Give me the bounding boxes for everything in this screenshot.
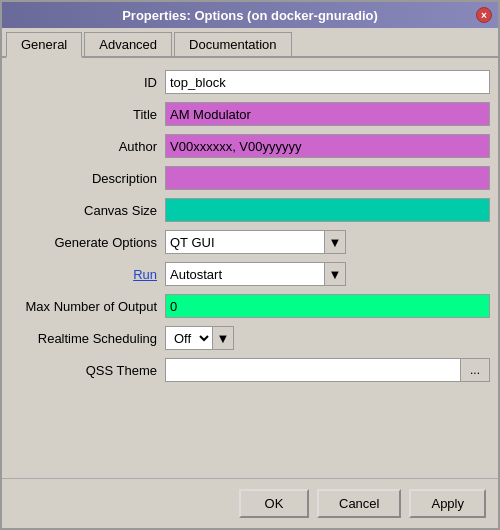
tab-documentation[interactable]: Documentation: [174, 32, 291, 56]
tab-bar: General Advanced Documentation: [2, 28, 498, 58]
generate-options-select[interactable]: QT GUI: [165, 230, 325, 254]
canvas-size-label: Canvas Size: [10, 203, 165, 218]
canvas-size-row: Canvas Size: [10, 196, 490, 224]
description-row: Description: [10, 164, 490, 192]
run-value-container: Autostart ▼: [165, 262, 490, 286]
description-field[interactable]: [165, 166, 490, 190]
content-area: ID Title Author Description: [2, 58, 498, 478]
author-value-container: [165, 134, 490, 158]
author-input[interactable]: [165, 134, 490, 158]
ok-button[interactable]: OK: [239, 489, 309, 518]
qss-input[interactable]: [165, 358, 461, 382]
main-window: Properties: Options (on docker-gnuradio)…: [0, 0, 500, 530]
canvas-size-value-container: [165, 198, 490, 222]
generate-options-row: Generate Options QT GUI ▼: [10, 228, 490, 256]
qss-input-row: ...: [165, 358, 490, 382]
qss-label: QSS Theme: [10, 363, 165, 378]
canvas-size-field[interactable]: [165, 198, 490, 222]
generate-options-value-container: QT GUI ▼: [165, 230, 490, 254]
run-label[interactable]: Run: [10, 267, 165, 282]
title-bar: Properties: Options (on docker-gnuradio)…: [2, 2, 498, 28]
cancel-button[interactable]: Cancel: [317, 489, 401, 518]
generate-options-label: Generate Options: [10, 235, 165, 250]
realtime-select[interactable]: Off: [165, 326, 213, 350]
run-select[interactable]: Autostart: [165, 262, 325, 286]
realtime-select-row: Off ▼: [165, 326, 490, 350]
max-output-label: Max Number of Output: [10, 299, 165, 314]
tab-general[interactable]: General: [6, 32, 82, 58]
close-button[interactable]: ×: [476, 7, 492, 23]
realtime-label: Realtime Scheduling: [10, 331, 165, 346]
window-title: Properties: Options (on docker-gnuradio): [122, 8, 378, 23]
title-input[interactable]: [165, 102, 490, 126]
max-output-row: Max Number of Output: [10, 292, 490, 320]
qss-row: QSS Theme ...: [10, 356, 490, 384]
run-row: Run Autostart ▼: [10, 260, 490, 288]
max-output-value-container: [165, 294, 490, 318]
description-label: Description: [10, 171, 165, 186]
run-select-row: Autostart ▼: [165, 262, 490, 286]
description-value-container: [165, 166, 490, 190]
qss-browse-button[interactable]: ...: [460, 358, 490, 382]
title-label: Title: [10, 107, 165, 122]
realtime-value-container: Off ▼: [165, 326, 490, 350]
realtime-row: Realtime Scheduling Off ▼: [10, 324, 490, 352]
author-label: Author: [10, 139, 165, 154]
run-arrow[interactable]: ▼: [324, 262, 346, 286]
id-row: ID: [10, 68, 490, 96]
title-value-container: [165, 102, 490, 126]
generate-options-select-row: QT GUI ▼: [165, 230, 490, 254]
author-row: Author: [10, 132, 490, 160]
id-input[interactable]: [165, 70, 490, 94]
title-row: Title: [10, 100, 490, 128]
footer: OK Cancel Apply: [2, 478, 498, 528]
tab-advanced[interactable]: Advanced: [84, 32, 172, 56]
id-value-container: [165, 70, 490, 94]
apply-button[interactable]: Apply: [409, 489, 486, 518]
generate-options-arrow[interactable]: ▼: [324, 230, 346, 254]
realtime-arrow[interactable]: ▼: [212, 326, 234, 350]
qss-value-container: ...: [165, 358, 490, 382]
id-label: ID: [10, 75, 165, 90]
max-output-input[interactable]: [165, 294, 490, 318]
